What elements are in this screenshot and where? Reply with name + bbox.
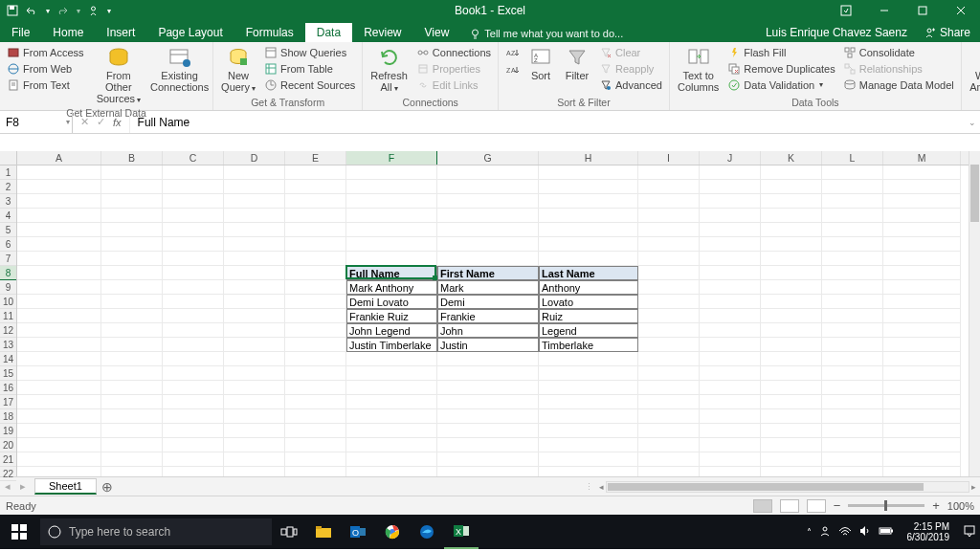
row-header-2[interactable]: 2 <box>0 180 16 194</box>
cell-J4[interactable] <box>700 209 761 223</box>
cell-I6[interactable] <box>638 237 700 252</box>
cell-L6[interactable] <box>822 237 883 252</box>
new-query-button[interactable]: New Query▾ <box>217 44 259 95</box>
sort-desc-button[interactable]: ZA <box>502 61 522 77</box>
cell-A1[interactable] <box>17 165 101 180</box>
cell-D10[interactable] <box>224 295 285 309</box>
cell-E8[interactable] <box>285 266 346 280</box>
tab-review[interactable]: Review <box>352 23 412 42</box>
cell-A17[interactable] <box>17 395 101 409</box>
cell-F14[interactable] <box>346 352 437 366</box>
expand-formula-bar-icon[interactable]: ⌄ <box>965 111 980 133</box>
qat-customize-icon[interactable]: ▾ <box>107 7 111 15</box>
cell-C7[interactable] <box>163 252 224 266</box>
tray-people-icon[interactable] <box>819 525 831 539</box>
cell-I21[interactable] <box>638 452 700 467</box>
cell-H8[interactable]: Last Name <box>539 266 638 280</box>
column-header-A[interactable]: A <box>17 151 101 165</box>
horizontal-scrollbar[interactable] <box>606 481 969 493</box>
redo-dropdown-icon[interactable]: ▾ <box>77 7 80 15</box>
cell-I18[interactable] <box>638 409 700 424</box>
cell-F22[interactable] <box>346 467 437 476</box>
file-explorer-icon[interactable] <box>306 515 341 549</box>
cell-A12[interactable] <box>17 323 101 338</box>
page-break-view-button[interactable] <box>807 499 826 513</box>
column-header-C[interactable]: C <box>163 151 224 165</box>
cell-A22[interactable] <box>17 467 101 476</box>
tell-me-search[interactable]: Tell me what you want to do... <box>460 25 633 42</box>
cell-L21[interactable] <box>822 452 883 467</box>
cell-M19[interactable] <box>883 424 961 438</box>
cell-K14[interactable] <box>761 352 822 366</box>
cell-F9[interactable]: Mark Anthony <box>346 280 437 295</box>
minimize-button[interactable] <box>865 0 903 21</box>
cell-B21[interactable] <box>101 452 163 467</box>
cell-M18[interactable] <box>883 409 961 424</box>
cell-M9[interactable] <box>883 280 961 295</box>
save-icon[interactable] <box>6 4 19 17</box>
cell-L18[interactable] <box>822 409 883 424</box>
cell-A2[interactable] <box>17 180 101 194</box>
cell-C21[interactable] <box>163 452 224 467</box>
cell-B6[interactable] <box>101 237 163 252</box>
cell-M10[interactable] <box>883 295 961 309</box>
cell-I12[interactable] <box>638 323 700 338</box>
cell-I5[interactable] <box>638 223 700 237</box>
cell-M22[interactable] <box>883 467 961 476</box>
cell-G22[interactable] <box>437 467 539 476</box>
tray-expand-icon[interactable]: ˄ <box>807 527 812 538</box>
cell-H20[interactable] <box>539 438 638 452</box>
cell-H22[interactable] <box>539 467 638 476</box>
cell-L1[interactable] <box>822 165 883 180</box>
cell-L5[interactable] <box>822 223 883 237</box>
cell-H6[interactable] <box>539 237 638 252</box>
cell-F19[interactable] <box>346 424 437 438</box>
row-header-21[interactable]: 21 <box>0 452 16 467</box>
cell-H16[interactable] <box>539 381 638 395</box>
cell-F13[interactable]: Justin Timberlake <box>346 338 437 352</box>
cell-L10[interactable] <box>822 295 883 309</box>
cell-J16[interactable] <box>700 381 761 395</box>
cell-L12[interactable] <box>822 323 883 338</box>
excel-taskbar-icon[interactable]: X <box>444 515 479 549</box>
cell-C15[interactable] <box>163 366 224 381</box>
advanced-filter-button[interactable]: Advanced <box>596 77 665 93</box>
tab-insert[interactable]: Insert <box>95 23 146 42</box>
row-header-15[interactable]: 15 <box>0 366 16 381</box>
row-header-8[interactable]: 8 <box>0 266 16 280</box>
cell-L20[interactable] <box>822 438 883 452</box>
share-button[interactable]: Share <box>915 23 980 42</box>
hsb-right-icon[interactable]: ▸ <box>971 482 976 492</box>
cell-I10[interactable] <box>638 295 700 309</box>
row-header-16[interactable]: 16 <box>0 381 16 395</box>
sheet-tab-sheet1[interactable]: Sheet1 <box>34 478 97 495</box>
consolidate-button[interactable]: Consolidate <box>840 44 957 60</box>
cell-L15[interactable] <box>822 366 883 381</box>
cell-F18[interactable] <box>346 409 437 424</box>
cell-F3[interactable] <box>346 194 437 209</box>
row-header-6[interactable]: 6 <box>0 237 16 252</box>
cell-L9[interactable] <box>822 280 883 295</box>
scrollbar-thumb[interactable] <box>970 165 979 222</box>
cell-B16[interactable] <box>101 381 163 395</box>
column-header-G[interactable]: G <box>437 151 539 165</box>
cell-C13[interactable] <box>163 338 224 352</box>
cell-D16[interactable] <box>224 381 285 395</box>
cell-G10[interactable]: Demi <box>437 295 539 309</box>
cell-K3[interactable] <box>761 194 822 209</box>
cell-F11[interactable]: Frankie Ruiz <box>346 309 437 323</box>
cell-D7[interactable] <box>224 252 285 266</box>
new-sheet-button[interactable]: ⊕ <box>97 479 118 495</box>
cell-E3[interactable] <box>285 194 346 209</box>
cell-I2[interactable] <box>638 180 700 194</box>
cell-K16[interactable] <box>761 381 822 395</box>
row-header-7[interactable]: 7 <box>0 252 16 266</box>
tab-data[interactable]: Data <box>305 23 352 42</box>
cell-K2[interactable] <box>761 180 822 194</box>
start-button[interactable] <box>0 524 38 540</box>
cell-L8[interactable] <box>822 266 883 280</box>
cell-D4[interactable] <box>224 209 285 223</box>
cell-C22[interactable] <box>163 467 224 476</box>
cell-D19[interactable] <box>224 424 285 438</box>
cell-L11[interactable] <box>822 309 883 323</box>
